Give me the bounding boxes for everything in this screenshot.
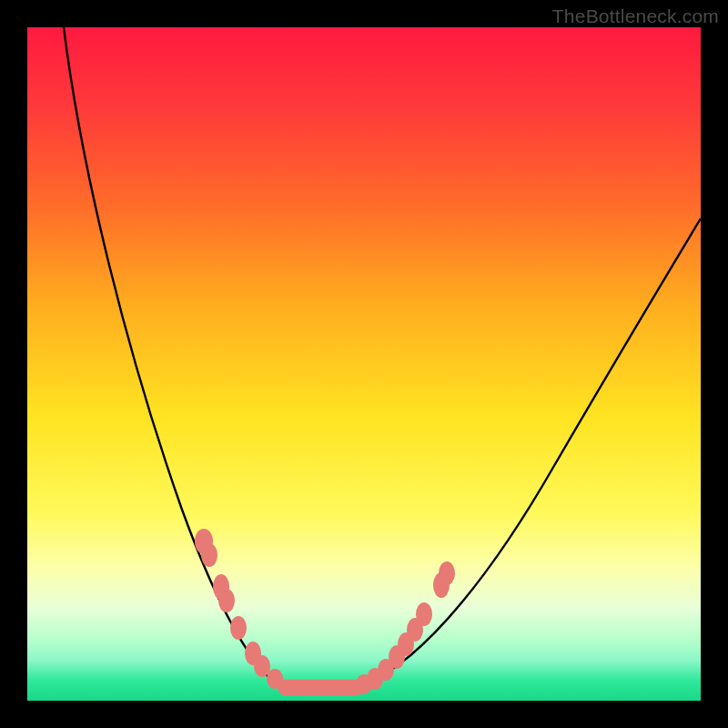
- chart-frame: TheBottleneck.com: [0, 0, 728, 728]
- plot-area: [27, 27, 701, 701]
- marker-dot: [439, 561, 455, 585]
- bottleneck-curve: [64, 27, 701, 687]
- curve-layer: [27, 27, 701, 701]
- marker-dot: [230, 616, 247, 640]
- curve-min-bar: [278, 680, 364, 695]
- marker-dots-group: [195, 529, 455, 694]
- marker-dot: [218, 589, 235, 612]
- marker-dot: [201, 543, 217, 567]
- watermark-text: TheBottleneck.com: [552, 5, 719, 27]
- marker-dot: [416, 602, 432, 626]
